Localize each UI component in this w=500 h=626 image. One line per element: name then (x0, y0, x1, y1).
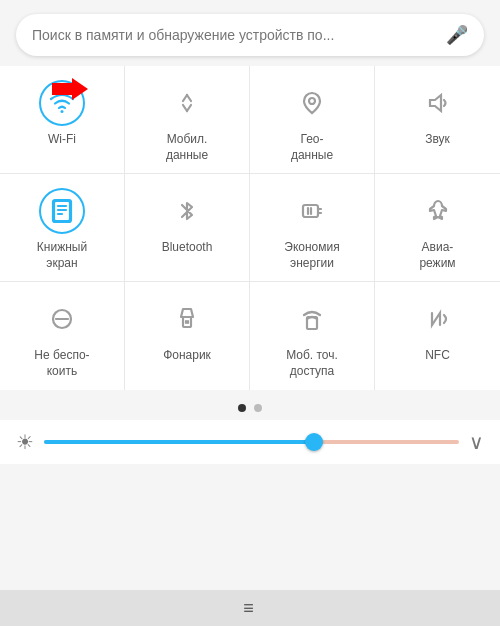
svg-marker-7 (430, 95, 441, 111)
qs-item-hotspot[interactable]: Моб. точ.доступа (250, 282, 375, 389)
sound-icon (415, 80, 461, 126)
dnd-icon (39, 296, 85, 342)
mobile-data-icon (164, 80, 210, 126)
qs-item-dnd[interactable]: Не беспо-коить (0, 282, 125, 389)
bluetooth-icon (164, 188, 210, 234)
qs-label-mobile-data: Мобил.данные (166, 132, 208, 163)
svg-marker-1 (52, 78, 88, 100)
bottom-bar: ≡ (0, 590, 500, 626)
brightness-fill (44, 440, 314, 444)
pagination-dot-2[interactable] (254, 404, 262, 412)
qs-label-nfc: NFC (425, 348, 450, 364)
qs-item-wifi[interactable]: Wi-Fi (0, 66, 125, 174)
qs-item-location[interactable]: Гео-данные (250, 66, 375, 174)
qs-item-bluetooth[interactable]: Bluetooth (125, 174, 250, 282)
qs-item-nfc[interactable]: NFC (375, 282, 500, 389)
chevron-down-icon[interactable]: ∨ (469, 430, 484, 454)
mic-icon[interactable]: 🎤 (446, 24, 468, 46)
airplane-icon (415, 188, 461, 234)
qs-label-location: Гео-данные (291, 132, 333, 163)
qs-label-sound: Звук (425, 132, 450, 148)
red-arrow-indicator (52, 78, 88, 100)
qs-label-power-saving: Экономияэнергии (284, 240, 339, 271)
nfc-icon (415, 296, 461, 342)
search-bar[interactable]: 🎤 (16, 14, 484, 56)
qs-item-airplane[interactable]: Авиа-режим (375, 174, 500, 282)
svg-line-4 (187, 95, 191, 101)
search-input[interactable] (32, 27, 446, 43)
svg-point-6 (309, 98, 315, 104)
reader-icon (39, 188, 85, 234)
svg-point-0 (61, 110, 64, 113)
brightness-thumb[interactable] (305, 433, 323, 451)
qs-label-flashlight: Фонарик (163, 348, 211, 364)
qs-label-wifi: Wi-Fi (48, 132, 76, 148)
location-icon (289, 80, 335, 126)
hamburger-icon[interactable]: ≡ (243, 598, 257, 619)
brightness-row: ☀ ∨ (0, 420, 500, 464)
qs-label-bluetooth: Bluetooth (162, 240, 213, 256)
qs-label-hotspot: Моб. точ.доступа (286, 348, 338, 379)
qs-label-reader: Книжныйэкран (37, 240, 87, 271)
quick-settings-grid: Wi-Fi Мобил.данные Гео-данные (0, 66, 500, 390)
svg-marker-20 (181, 309, 193, 317)
qs-item-mobile-data[interactable]: Мобил.данные (125, 66, 250, 174)
pagination (0, 396, 500, 418)
qs-label-airplane: Авиа-режим (419, 240, 455, 271)
hotspot-icon (289, 296, 335, 342)
brightness-slider[interactable] (44, 440, 459, 444)
qs-item-power-saving[interactable]: Экономияэнергии (250, 174, 375, 282)
power-saving-icon (289, 188, 335, 234)
qs-item-sound[interactable]: Звук (375, 66, 500, 174)
pagination-dot-1[interactable] (238, 404, 246, 412)
qs-label-dnd: Не беспо-коить (34, 348, 89, 379)
brightness-icon: ☀ (16, 430, 34, 454)
qs-item-flashlight[interactable]: Фонарик (125, 282, 250, 389)
flashlight-icon (164, 296, 210, 342)
svg-line-5 (183, 105, 187, 111)
qs-item-reader[interactable]: Книжныйэкран (0, 174, 125, 282)
